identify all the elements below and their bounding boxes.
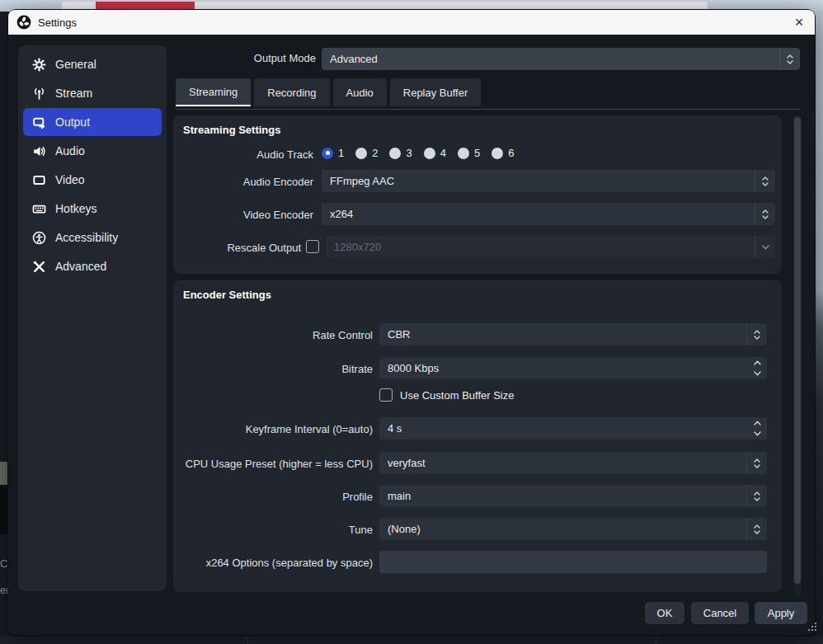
use-custom-buffer-row[interactable]: Use Custom Buffer Size <box>379 388 514 402</box>
rescale-output-checkbox[interactable] <box>306 240 319 253</box>
video-encoder-select[interactable]: x264 <box>322 203 775 225</box>
tab-replay-buffer[interactable]: Replay Buffer <box>390 78 482 106</box>
keyframe-interval-spinbox[interactable]: 4 s <box>379 417 767 440</box>
output-icon <box>32 115 46 129</box>
radio-selected-icon[interactable] <box>322 148 333 159</box>
radio-label: 5 <box>474 147 480 159</box>
x264-options-input[interactable] <box>379 551 767 573</box>
custom-buffer-checkbox[interactable] <box>379 388 393 402</box>
cpu-preset-label: CPU Usage Preset (higher = less CPU) <box>173 458 373 470</box>
output-mode-select[interactable]: Advanced <box>322 48 800 70</box>
combo-arrow-down-icon <box>755 236 775 258</box>
radio-label: 4 <box>440 147 446 159</box>
sidebar-item-stream[interactable]: Stream <box>23 79 162 107</box>
keyframe-interval-label: Keyframe Interval (0=auto) <box>173 423 373 435</box>
title-bar: Settings × <box>8 10 815 35</box>
backdrop-left-block <box>0 462 8 485</box>
audio-track-radios: 1 2 3 4 5 6 <box>322 147 525 159</box>
sidebar-item-label: Output <box>55 115 90 129</box>
sidebar-item-advanced[interactable]: Advanced <box>23 252 162 280</box>
audio-track-label: Audio Track <box>173 148 313 161</box>
bitrate-spinbox[interactable]: 8000 Kbps <box>379 357 767 379</box>
audio-track-option[interactable]: 5 <box>458 147 480 159</box>
combo-arrows-icon <box>746 452 767 474</box>
radio-icon[interactable] <box>424 148 435 159</box>
audio-track-option[interactable]: 4 <box>424 147 446 159</box>
sidebar-item-hotkeys[interactable]: Hotkeys <box>23 195 162 223</box>
encoder-settings-panel: Encoder Settings Rate Control CBR Bitrat… <box>173 280 782 592</box>
close-button[interactable]: × <box>785 10 813 35</box>
tools-icon <box>32 260 46 274</box>
dialog-title: Settings <box>38 16 77 29</box>
sidebar-item-label: Accessibility <box>55 231 118 244</box>
tune-select[interactable]: (None) <box>379 518 767 540</box>
tab-separator <box>176 109 800 110</box>
rate-control-select[interactable]: CBR <box>379 323 767 346</box>
backdrop-text-fragment: Ca <box>0 557 8 570</box>
sidebar-item-general[interactable]: General <box>23 50 162 78</box>
profile-select[interactable]: main <box>379 485 767 507</box>
combo-arrows-icon <box>746 323 767 346</box>
settings-dialog: Settings × General Stream <box>8 10 815 635</box>
sidebar-item-label: Advanced <box>55 260 106 273</box>
radio-icon[interactable] <box>491 148 503 159</box>
sidebar-item-label: Video <box>55 173 85 186</box>
audio-encoder-label: Audio Encoder <box>173 176 313 188</box>
sidebar-item-output[interactable]: Output <box>23 108 162 136</box>
radio-icon[interactable] <box>389 148 401 159</box>
profile-value: main <box>379 490 746 502</box>
tab-streaming[interactable]: Streaming <box>176 78 251 106</box>
audio-track-option[interactable]: 1 <box>322 147 344 159</box>
obs-logo-icon <box>16 15 31 30</box>
tab-recording[interactable]: Recording <box>254 78 329 106</box>
rescale-resolution-select[interactable]: 1280x720 <box>326 236 775 258</box>
backdrop-text-fragment: er <box>0 584 8 596</box>
sidebar-item-video[interactable]: Video <box>23 166 162 194</box>
settings-sidebar: General Stream Output Audio <box>18 45 167 591</box>
combo-arrows-icon <box>746 485 767 507</box>
sidebar-item-label: General <box>55 58 96 71</box>
sidebar-item-accessibility[interactable]: Accessibility <box>23 223 162 251</box>
stream-icon <box>32 87 46 101</box>
bitrate-value: 8000 Kbps <box>379 362 747 374</box>
content-scrollbar[interactable] <box>793 115 802 595</box>
tune-label: Tune <box>173 524 373 536</box>
speaker-icon <box>32 144 46 158</box>
backdrop-left-dark <box>0 485 8 534</box>
combo-arrows-icon <box>746 518 767 540</box>
ok-button[interactable]: OK <box>645 602 684 624</box>
radio-label: 2 <box>372 147 378 159</box>
audio-encoder-value: FFmpeg AAC <box>322 175 755 187</box>
cpu-preset-value: veryfast <box>379 457 746 469</box>
apply-button[interactable]: Apply <box>755 602 807 624</box>
backdrop-bottom-strip <box>0 637 823 644</box>
rate-control-value: CBR <box>379 328 746 341</box>
audio-track-option[interactable]: 6 <box>491 147 514 159</box>
output-tabs: Streaming Recording Audio Replay Buffer <box>176 78 481 106</box>
audio-encoder-select[interactable]: FFmpeg AAC <box>322 170 775 192</box>
radio-label: 6 <box>508 147 514 159</box>
resize-grip[interactable] <box>808 629 810 631</box>
spinbox-arrows-icon[interactable] <box>747 417 767 440</box>
accessibility-icon <box>32 231 46 245</box>
cpu-preset-select[interactable]: veryfast <box>379 452 767 474</box>
rescale-output-label: Rescale Output <box>173 242 301 254</box>
rescale-resolution-value: 1280x720 <box>326 241 755 253</box>
section-title: Streaming Settings <box>183 124 280 136</box>
cancel-button[interactable]: Cancel <box>691 602 749 624</box>
custom-buffer-label: Use Custom Buffer Size <box>400 389 514 402</box>
streaming-settings-panel: Streaming Settings Audio Track 1 2 3 4 5… <box>173 115 782 274</box>
radio-label: 3 <box>406 147 412 159</box>
backdrop-divider <box>656 637 656 644</box>
tab-audio[interactable]: Audio <box>333 78 387 106</box>
output-mode-label: Output Mode <box>173 52 316 64</box>
audio-track-option[interactable]: 2 <box>355 147 378 159</box>
sidebar-item-audio[interactable]: Audio <box>23 137 162 165</box>
video-encoder-value: x264 <box>322 208 755 220</box>
spinbox-arrows-icon[interactable] <box>747 357 767 379</box>
radio-icon[interactable] <box>458 148 469 159</box>
radio-icon[interactable] <box>355 148 367 159</box>
audio-track-option[interactable]: 3 <box>389 147 412 159</box>
scrollbar-thumb[interactable] <box>794 117 801 584</box>
combo-arrows-icon <box>779 48 800 70</box>
